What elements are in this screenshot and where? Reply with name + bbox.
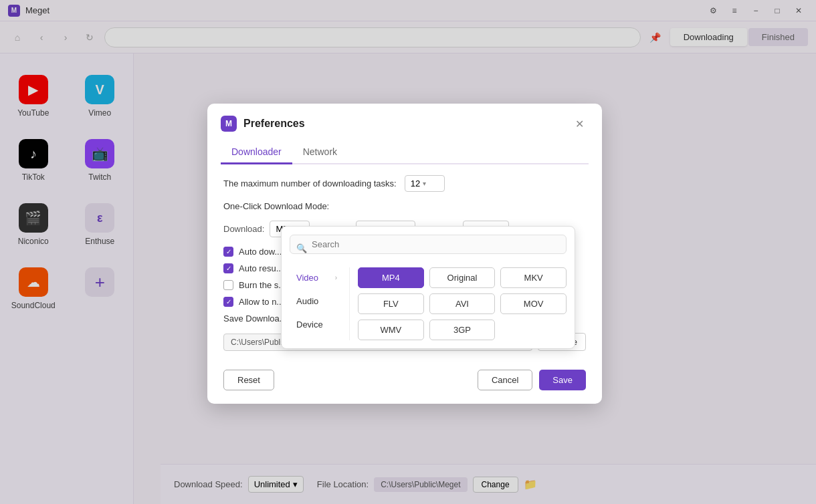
auto-resume-label: Auto resu...: [239, 263, 283, 273]
format-mp4[interactable]: MP4: [358, 267, 424, 288]
format-original[interactable]: Original: [429, 267, 496, 288]
category-video[interactable]: Video ›: [290, 267, 344, 288]
auto-download-label: Auto dow...: [239, 247, 282, 257]
tab-network[interactable]: Network: [292, 141, 348, 164]
dialog-header: M Preferences ✕: [207, 104, 602, 133]
dialog-logo-icon: M: [221, 116, 237, 132]
format-categories: Video › Audio Device: [290, 267, 350, 340]
cancel-button[interactable]: Cancel: [478, 370, 532, 390]
video-arrow-icon: ›: [335, 274, 337, 281]
format-search-input[interactable]: [290, 235, 567, 254]
reset-button[interactable]: Reset: [223, 370, 274, 390]
format-dropdown: 🔍 Video › Audio Device MP4 Original MKV …: [281, 226, 575, 349]
allow-label: Allow to n...: [239, 297, 284, 307]
format-options: MP4 Original MKV FLV AVI MOV WMV 3GP: [350, 267, 567, 340]
burn-subtitle-checkbox[interactable]: [223, 280, 233, 290]
auto-resume-checkbox[interactable]: ✓: [223, 263, 233, 273]
max-tasks-arrow-icon: ▾: [423, 180, 426, 187]
max-tasks-value: 12: [411, 178, 420, 188]
format-mkv[interactable]: MKV: [500, 267, 567, 288]
format-avi[interactable]: AVI: [429, 293, 496, 314]
format-flv[interactable]: FLV: [358, 293, 424, 314]
format-wmv[interactable]: WMV: [358, 320, 424, 340]
download-label: Download:: [223, 224, 264, 234]
one-click-label: One-Click Download Mode:: [223, 201, 329, 211]
auto-download-checkbox[interactable]: ✓: [223, 247, 233, 257]
max-tasks-select[interactable]: 12 ▾: [405, 175, 445, 192]
dialog-footer: Reset Cancel Save: [207, 362, 602, 390]
max-tasks-row: The maximum number of downloading tasks:…: [223, 175, 586, 192]
category-audio[interactable]: Audio: [290, 291, 344, 311]
allow-checkbox[interactable]: ✓: [223, 297, 233, 307]
format-3gp[interactable]: 3GP: [429, 320, 496, 340]
footer-right: Cancel Save: [478, 370, 586, 390]
tab-downloader[interactable]: Downloader: [221, 141, 292, 164]
dialog-title: Preferences: [243, 118, 305, 130]
dialog-title-row: M Preferences: [221, 116, 305, 132]
burn-subtitle-label: Burn the s...: [239, 280, 286, 290]
one-click-mode-label-row: One-Click Download Mode:: [223, 201, 586, 211]
dropdown-body: Video › Audio Device MP4 Original MKV FL…: [290, 267, 567, 340]
max-tasks-label: The maximum number of downloading tasks:: [223, 178, 397, 188]
dialog-tabs: Downloader Network: [221, 141, 589, 164]
format-search-wrap: 🔍: [290, 235, 567, 261]
dialog-close-button[interactable]: ✕: [570, 114, 589, 133]
save-button[interactable]: Save: [539, 370, 586, 390]
search-icon: 🔍: [296, 243, 307, 253]
category-device[interactable]: Device: [290, 314, 344, 335]
save-path-label: Save Downloa...: [223, 313, 287, 324]
format-mov[interactable]: MOV: [500, 293, 567, 314]
